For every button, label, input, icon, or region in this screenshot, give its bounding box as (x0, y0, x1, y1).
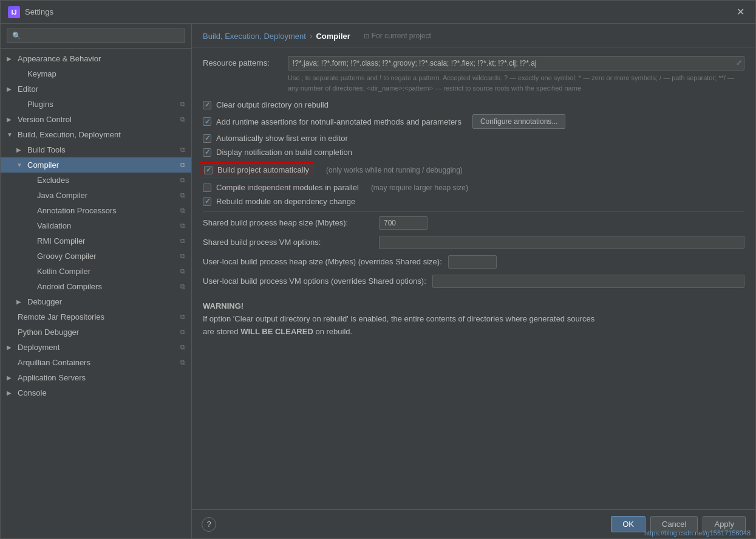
arrow-icon: ▶ (7, 374, 15, 381)
copy-icon: ⧉ (180, 176, 185, 184)
resource-patterns-input[interactable] (288, 56, 744, 70)
copy-icon: ⧉ (180, 313, 185, 321)
resource-patterns-label: Resource patterns: (203, 56, 282, 67)
sidebar-item-deployment[interactable]: ▶ Deployment ⧉ (1, 340, 191, 355)
sidebar-item-kotlin-compiler[interactable]: Kotlin Compiler ⧉ (1, 264, 191, 279)
sidebar-item-plugins[interactable]: Plugins ⧉ (1, 97, 191, 112)
help-button[interactable]: ? (202, 517, 216, 532)
sidebar-item-android-compilers[interactable]: Android Compilers ⧉ (1, 279, 191, 294)
arrow-icon: ▼ (7, 131, 15, 138)
user-heap-input[interactable] (448, 255, 497, 269)
checkbox-auto-show-error: Automatically show first error in editor (203, 134, 744, 143)
arrow-icon: ▶ (7, 344, 15, 351)
project-icon: ⊡ (364, 32, 369, 40)
sidebar-item-version-control[interactable]: ▶ Version Control ⧉ (1, 112, 191, 127)
sidebar-item-keymap[interactable]: Keymap (1, 66, 191, 81)
copy-icon: ⧉ (180, 222, 185, 230)
sidebar-item-label: Deployment (18, 343, 60, 352)
search-input[interactable] (7, 29, 185, 43)
sidebar-item-annotation-processors[interactable]: Annotation Processors ⧉ (1, 203, 191, 218)
sidebar-item-label: Android Compilers (37, 282, 102, 291)
sidebar-item-label: Remote Jar Repositories (18, 312, 104, 321)
build-auto-row: Build project automatically (only works … (203, 162, 744, 178)
rebuild-module-label: Rebuild module on dependency change (216, 197, 355, 206)
compile-parallel-checkbox[interactable] (203, 184, 211, 192)
sidebar-item-java-compiler[interactable]: Java Compiler ⧉ (1, 188, 191, 203)
heap-size-input[interactable] (379, 216, 427, 230)
sidebar-item-label: Groovy Compiler (37, 252, 97, 261)
user-heap-row: User-local build process heap size (Mbyt… (203, 255, 744, 269)
search-box (1, 24, 191, 49)
sidebar-item-label: Excludes (37, 176, 69, 185)
heap-size-row: Shared build process heap size (Mbytes): (203, 216, 744, 230)
checkbox-rebuild-module: Rebuild module on dependency change (203, 197, 744, 206)
clear-output-checkbox[interactable] (203, 101, 211, 109)
sidebar-item-excludes[interactable]: Excludes ⧉ (1, 173, 191, 188)
checkbox-display-notification: Display notification on build completion (203, 148, 744, 157)
breadcrumb-project: ⊡ For current project (364, 32, 431, 40)
add-runtime-label: Add runtime assertions for notnull-annot… (216, 117, 461, 126)
app-icon: IJ (8, 6, 20, 18)
copy-icon: ⧉ (180, 328, 185, 336)
breadcrumb-separator: › (310, 31, 313, 41)
sidebar-item-label: Annotation Processors (37, 206, 117, 215)
sidebar-item-label: Editor (18, 84, 38, 94)
sidebar-item-app-servers[interactable]: ▶ Application Servers (1, 370, 191, 385)
copy-icon: ⧉ (180, 207, 185, 215)
display-notification-checkbox[interactable] (203, 148, 211, 157)
compile-parallel-label: Compile independent modules in parallel (216, 183, 359, 192)
user-vm-input[interactable] (432, 275, 744, 288)
sidebar-item-groovy-compiler[interactable]: Groovy Compiler ⧉ (1, 249, 191, 264)
add-runtime-checkbox[interactable] (203, 117, 211, 126)
copy-icon: ⧉ (180, 100, 185, 108)
arrow-icon: ▶ (16, 146, 25, 153)
sidebar-item-label: Keymap (27, 69, 56, 78)
sidebar-item-validation[interactable]: Validation ⧉ (1, 218, 191, 233)
sidebar-item-python-debugger[interactable]: Python Debugger ⧉ (1, 324, 191, 340)
sidebar-item-remote-jar[interactable]: Remote Jar Repositories ⧉ (1, 309, 191, 324)
copy-icon: ⧉ (180, 115, 185, 123)
vm-options-input[interactable] (379, 236, 744, 249)
sidebar-item-editor[interactable]: ▶ Editor (1, 81, 191, 97)
sidebar-item-rmi-compiler[interactable]: RMI Compiler ⧉ (1, 233, 191, 249)
breadcrumb-section[interactable]: Build, Execution, Deployment (203, 32, 306, 41)
auto-show-error-label: Automatically show first error in editor (216, 134, 348, 143)
expand-icon[interactable]: ⤢ (736, 58, 742, 67)
build-auto-label: Build project automatically (217, 165, 309, 174)
configure-annotations-button[interactable]: Configure annotations... (472, 114, 565, 129)
panel-body: Resource patterns: ⤢ Use ; to separate p… (192, 47, 755, 509)
hint-text: Use ; to separate patterns and ! to nega… (288, 73, 744, 93)
rebuild-module-checkbox[interactable] (203, 197, 211, 206)
nav-tree: ▶ Appearance & Behavior Keymap ▶ Editor … (1, 49, 191, 538)
sidebar-item-label: Appearance & Behavior (18, 54, 101, 63)
heap-size-label: Shared build process heap size (Mbytes): (203, 216, 373, 227)
sidebar-item-debugger[interactable]: ▶ Debugger (1, 294, 191, 309)
sidebar-item-label: Java Compiler (37, 191, 87, 200)
build-auto-note: (only works while not running / debuggin… (326, 166, 463, 174)
sidebar-item-compiler[interactable]: ▼ Compiler ⧉ (1, 157, 191, 173)
sidebar-item-arquillian[interactable]: Arquillian Containers ⧉ (1, 355, 191, 370)
sidebar-item-label: RMI Compiler (37, 236, 85, 245)
arrow-icon: ▶ (16, 298, 25, 305)
title-bar: IJ Settings ✕ (1, 1, 755, 24)
copy-icon: ⧉ (180, 161, 185, 169)
resource-patterns-row: Resource patterns: ⤢ (203, 56, 744, 70)
url-hint: https://blog.csdn.net/g15617156048 (644, 529, 751, 538)
copy-icon: ⧉ (180, 283, 185, 290)
sidebar-item-build-exec-deploy[interactable]: ▼ Build, Execution, Deployment (1, 127, 191, 142)
settings-window: IJ Settings ✕ ▶ Appearance & Behavior Ke… (0, 0, 756, 539)
copy-icon: ⧉ (180, 359, 185, 366)
sidebar-item-label: Compiler (27, 160, 59, 170)
close-icon[interactable]: ✕ (733, 5, 748, 19)
sidebar-item-console[interactable]: ▶ Console (1, 385, 191, 400)
sidebar-item-build-tools[interactable]: ▶ Build Tools ⧉ (1, 142, 191, 157)
sidebar-item-appearance[interactable]: ▶ Appearance & Behavior (1, 51, 191, 66)
panel-header: Build, Execution, Deployment › Compiler … (192, 24, 755, 47)
warning-title: WARNING! (203, 301, 243, 311)
vm-options-row: Shared build process VM options: (203, 236, 744, 249)
build-auto-checkbox[interactable] (204, 166, 213, 174)
build-auto-checkbox-group: Build project automatically (199, 162, 314, 178)
auto-show-error-checkbox[interactable] (203, 134, 211, 143)
sidebar-item-label: Validation (37, 221, 71, 230)
display-notification-label: Display notification on build completion (216, 148, 352, 157)
